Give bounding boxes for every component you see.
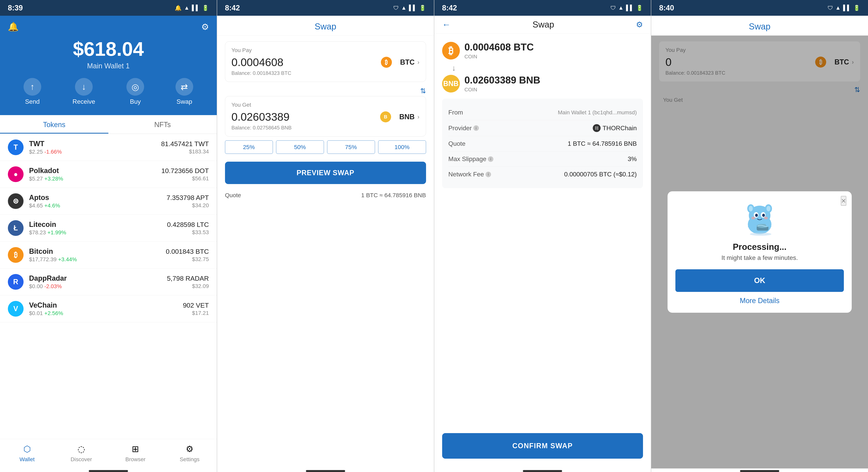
status-icons-3: 🛡 ▲ ▌▌ 🔋 xyxy=(611,5,643,11)
nav-settings[interactable]: ⚙ Settings xyxy=(162,443,217,463)
get-amount[interactable]: 0.02603389 xyxy=(231,110,289,123)
from-coin-section: ₿ 0.0004608 BTC COIN xyxy=(442,41,643,60)
discover-nav-icon: ◌ xyxy=(75,443,87,455)
pct-100-button[interactable]: 100% xyxy=(378,141,426,154)
send-button[interactable]: ↑ Send xyxy=(24,78,41,105)
you-get-card: You Get 0.02603389 B BNB › Balance: 0.02… xyxy=(225,96,426,137)
you-pay-card: You Pay 0.0004608 ₿ BTC › Balance: 0.001… xyxy=(225,41,426,82)
swap4-content: You Pay 0 ₿ BTC › Balance: 0.00184323 BT… xyxy=(651,35,868,469)
apt-icon: ⊜ xyxy=(8,193,24,209)
pay-balance: Balance: 0.00184323 BTC xyxy=(231,70,420,76)
processing-subtitle: It might take a few minutes. xyxy=(675,254,844,261)
pay-amount[interactable]: 0.0004608 xyxy=(231,56,283,68)
twt-info: TWT $2.25 -1.66% xyxy=(29,140,161,155)
nav-discover[interactable]: ◌ Discover xyxy=(54,443,108,463)
modal-more-details-link[interactable]: More Details xyxy=(675,297,844,305)
token-tabs: Tokens NFTs xyxy=(0,115,217,134)
nav-wallet[interactable]: ⬡ Wallet xyxy=(0,443,54,463)
battery-icon: 🔋 xyxy=(202,5,209,11)
dot-icon: ● xyxy=(8,166,24,182)
dot-info: Polkadot $5.27 +3.28% xyxy=(29,167,161,182)
signal-icon: ▌▌ xyxy=(192,5,200,11)
confirm-footer: CONFIRM SWAP xyxy=(434,427,651,469)
from-coin-type: COIN xyxy=(465,54,534,60)
filter-icon[interactable]: ⚙ xyxy=(201,22,209,32)
dot-balance: 10.723656 DOT $56.61 xyxy=(161,167,209,182)
home-bar-4 xyxy=(740,470,779,472)
you-get-row: 0.02603389 B BNB › xyxy=(231,110,420,123)
radar-icon: R xyxy=(8,274,24,290)
nav-wallet-label: Wallet xyxy=(20,456,35,463)
swap-direction-arrows[interactable]: ⇅ xyxy=(225,85,426,97)
wifi-icon-2: ▲ xyxy=(401,5,407,11)
buy-label: Buy xyxy=(130,98,141,105)
status-icons-2: 🛡 ▲ ▌▌ 🔋 xyxy=(393,5,426,11)
ltc-balance: 0.428598 LTC $33.53 xyxy=(167,221,209,236)
to-coin-type: COIN xyxy=(465,87,540,93)
wallet-balance-section: $618.04 Main Wallet 1 xyxy=(8,38,209,70)
fee-detail-label: Network Fee i xyxy=(448,171,491,178)
battery-icon-4: 🔋 xyxy=(853,5,860,11)
shield-icon-2: 🛡 xyxy=(393,5,399,11)
notification-icon[interactable]: 🔔 xyxy=(8,22,19,32)
wallet-nav-icon: ⬡ xyxy=(21,443,33,455)
pay-currency-chevron: › xyxy=(417,59,420,66)
you-pay-row: 0.0004608 ₿ BTC › xyxy=(231,56,420,68)
buy-icon: ◎ xyxy=(126,78,144,96)
token-item-dot[interactable]: ● Polkadot $5.27 +3.28% 10.723656 DOT $5… xyxy=(0,161,217,188)
bell-notification-icon: 🔔 xyxy=(175,5,182,11)
apt-info: Aptos $4.65 +4.6% xyxy=(29,194,166,209)
wallet-header: 🔔 ⚙ $618.04 Main Wallet 1 ↑ Send ↓ Recei… xyxy=(0,16,217,115)
token-item-ltc[interactable]: Ł Litecoin $78.23 +1.99% 0.428598 LTC $3… xyxy=(0,215,217,242)
processing-modal: × xyxy=(668,191,852,313)
quote-row: Quote 1 BTC ≈ 64.785916 BNB xyxy=(225,188,426,203)
receive-button[interactable]: ↓ Receive xyxy=(72,78,95,105)
provider-badge: ⛓ THORChain xyxy=(593,124,637,132)
buy-button[interactable]: ◎ Buy xyxy=(126,78,144,105)
preview-swap-button[interactable]: PREVIEW SWAP xyxy=(225,161,426,184)
nav-settings-label: Settings xyxy=(180,456,199,463)
swap-nav-header-3: ← Swap ⚙ xyxy=(434,16,651,34)
receive-icon: ↓ xyxy=(75,78,93,96)
token-item-radar[interactable]: R DappRadar $0.00 -2.03% 5,798 RADAR $32… xyxy=(0,268,217,295)
battery-icon-2: 🔋 xyxy=(419,5,426,11)
token-item-twt[interactable]: T TWT $2.25 -1.66% 81.457421 TWT $183.34 xyxy=(0,134,217,161)
signal-icon-4: ▌▌ xyxy=(843,5,851,11)
nav-browser[interactable]: ⊞ Browser xyxy=(108,443,162,463)
token-item-vet[interactable]: V VeChain $0.01 +2.56% 902 VET $17.21 xyxy=(0,295,217,322)
swap-button[interactable]: ⇄ Swap xyxy=(176,78,193,105)
pay-currency[interactable]: ₿ BTC › xyxy=(381,57,420,68)
status-time-2: 8:42 xyxy=(225,4,240,12)
token-item-apt[interactable]: ⊜ Aptos $4.65 +4.6% 7.353798 APT $34.20 xyxy=(0,188,217,215)
balance-amount: $618.04 xyxy=(8,38,209,60)
swap-content-2: You Pay 0.0004608 ₿ BTC › Balance: 0.001… xyxy=(217,35,434,469)
phone-confirm-swap: 8:42 🛡 ▲ ▌▌ 🔋 ← Swap ⚙ ₿ 0.0004608 BTC C… xyxy=(434,0,651,472)
settings-button-3[interactable]: ⚙ xyxy=(636,20,643,29)
settings-nav-icon: ⚙ xyxy=(184,443,195,455)
pct-50-button[interactable]: 50% xyxy=(276,141,324,154)
pct-25-button[interactable]: 25% xyxy=(225,141,273,154)
browser-nav-icon: ⊞ xyxy=(130,443,142,455)
modal-ok-button[interactable]: OK xyxy=(675,269,844,292)
status-bar-1: 8:39 🔔 ▲ ▌▌ 🔋 xyxy=(0,0,217,16)
status-icons-1: 🔔 ▲ ▌▌ 🔋 xyxy=(175,5,209,11)
fee-detail-row: Network Fee i 0.00000705 BTC (≈$0.12) xyxy=(448,167,637,182)
modal-close-button[interactable]: × xyxy=(841,196,846,206)
slippage-info-icon: i xyxy=(488,156,493,162)
from-detail-row: From Main Wallet 1 (bc1qhd...mumsd) xyxy=(448,105,637,120)
tab-tokens[interactable]: Tokens xyxy=(0,115,108,134)
swap-arrows-icon[interactable]: ⇅ xyxy=(420,87,426,95)
confirm-content: ₿ 0.0004608 BTC COIN ↓ BNB 0.02603389 BN… xyxy=(434,34,651,427)
pct-75-button[interactable]: 75% xyxy=(327,141,375,154)
confirm-swap-button[interactable]: CONFIRM SWAP xyxy=(442,433,643,459)
quote-label: Quote xyxy=(225,192,241,199)
tab-nfts[interactable]: NFTs xyxy=(108,115,217,134)
back-button[interactable]: ← xyxy=(442,20,451,29)
token-item-btc[interactable]: ₿ Bitcoin $17,772.39 +3.44% 0.001843 BTC… xyxy=(0,242,217,268)
home-bar-3 xyxy=(523,470,562,472)
ltc-icon: Ł xyxy=(8,220,24,236)
bnb-get-icon: B xyxy=(380,111,391,122)
status-time-3: 8:42 xyxy=(442,4,457,12)
svg-point-4 xyxy=(749,206,753,211)
get-currency[interactable]: B BNB › xyxy=(380,111,420,122)
